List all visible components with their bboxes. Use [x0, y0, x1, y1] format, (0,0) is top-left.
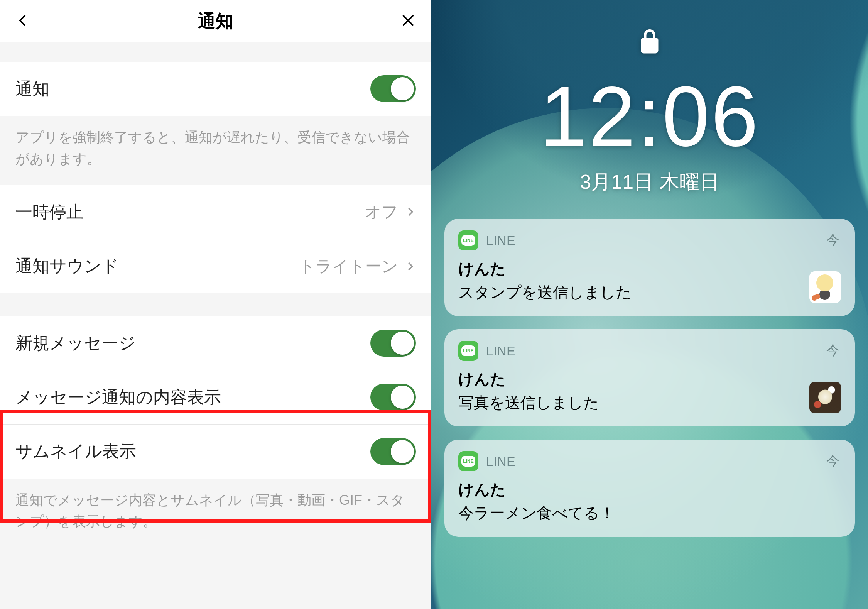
new-message-label: 新規メッセージ — [15, 332, 136, 355]
settings-header: 通知 — [0, 0, 431, 42]
notification-message: 今ラーメン食べてる！ — [458, 502, 841, 524]
notification-thumbnail-sticker — [809, 271, 841, 303]
content-display-toggle[interactable] — [370, 384, 416, 411]
notification-sender: けんた — [458, 479, 841, 500]
notification-app-name: LINE — [486, 343, 515, 359]
pause-label: 一時停止 — [15, 201, 83, 223]
line-app-icon: LINE — [458, 451, 478, 471]
notification-sender: けんた — [458, 258, 841, 279]
chevron-right-icon — [405, 203, 416, 221]
notification-time: 今 — [826, 342, 839, 359]
row-pause[interactable]: 一時停止 オフ — [0, 185, 431, 239]
notifications-toggle[interactable] — [370, 75, 416, 102]
notification-item[interactable]: LINE LINE 今 けんた 今ラーメン食べてる！ — [444, 440, 855, 537]
chevron-right-icon — [405, 257, 416, 276]
notification-message: 写真を送信しました — [458, 392, 841, 413]
notifications-description: アプリを強制終了すると、通知が遅れたり、受信できない場合があります。 — [0, 116, 431, 185]
row-notifications: 通知 — [0, 62, 431, 116]
notifications-label: 通知 — [15, 78, 49, 100]
notification-message: スタンプを送信しました — [458, 282, 841, 303]
notification-time: 今 — [826, 231, 839, 249]
row-thumbnail-display: サムネイル表示 — [0, 425, 431, 479]
row-content-display: メッセージ通知の内容表示 — [0, 370, 431, 425]
notification-app-name: LINE — [486, 233, 515, 248]
line-app-icon: LINE — [458, 230, 478, 250]
line-app-icon: LINE — [458, 341, 478, 361]
lock-time: 12:06 — [540, 68, 760, 166]
new-message-toggle[interactable] — [370, 330, 416, 357]
sound-value: トライトーン — [299, 255, 398, 277]
close-button[interactable] — [400, 13, 416, 30]
lock-icon — [638, 27, 661, 56]
notification-item[interactable]: LINE LINE 今 けんた 写真を送信しました — [444, 329, 855, 426]
thumbnail-display-toggle[interactable] — [370, 438, 416, 465]
lock-screen: 12:06 3月11日 木曜日 LINE LINE 今 けんた スタンプを送信し… — [431, 0, 868, 609]
settings-screen: 通知 通知 アプリを強制終了すると、通知が遅れたり、受信できない場合があります。… — [0, 0, 431, 609]
lock-date: 3月11日 木曜日 — [580, 169, 719, 196]
notification-time: 今 — [826, 452, 839, 470]
notification-list: LINE LINE 今 けんた スタンプを送信しました LINE LINE 今 … — [431, 219, 868, 537]
row-sound[interactable]: 通知サウンド トライトーン — [0, 239, 431, 293]
content-display-label: メッセージ通知の内容表示 — [15, 386, 221, 409]
notification-item[interactable]: LINE LINE 今 けんた スタンプを送信しました — [444, 219, 855, 316]
notification-sender: けんた — [458, 369, 841, 390]
notification-thumbnail-photo — [809, 382, 841, 413]
thumbnail-description: 通知でメッセージ内容とサムネイル（写真・動画・GIF・スタンプ）を表示します。 — [0, 479, 431, 548]
back-button[interactable] — [15, 13, 31, 30]
row-new-message: 新規メッセージ — [0, 316, 431, 370]
notification-app-name: LINE — [486, 454, 515, 469]
pause-value: オフ — [365, 201, 398, 223]
page-title: 通知 — [198, 9, 233, 33]
thumbnail-display-label: サムネイル表示 — [15, 440, 136, 463]
sound-label: 通知サウンド — [15, 255, 119, 277]
